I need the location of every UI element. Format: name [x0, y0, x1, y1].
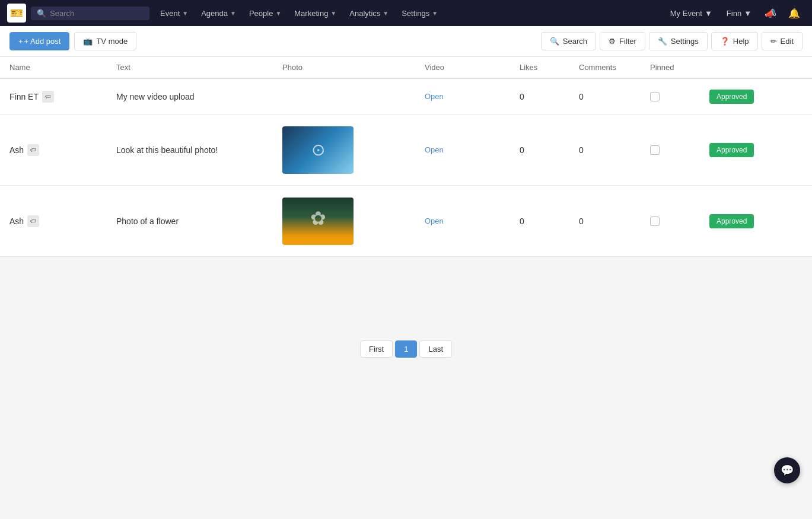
settings-icon: 🔧 — [658, 37, 667, 46]
row-3-name: Ash 🏷 — [9, 215, 116, 227]
toolbar: + + Add post 📺 TV mode 🔍 Search ⚙ Filter… — [0, 26, 812, 57]
my-event-button[interactable]: My Event ▼ — [664, 5, 718, 21]
filter-label: Filter — [619, 37, 636, 46]
col-video: Video — [425, 63, 520, 72]
chevron-down-icon: ▼ — [275, 10, 281, 17]
app-logo[interactable]: 🎫 — [7, 4, 26, 23]
table-header: Name Text Photo Video Likes Comments Pin… — [0, 57, 812, 79]
row-3-tag-icon: 🏷 — [27, 215, 39, 227]
row-1-status: Approved — [709, 90, 803, 104]
chevron-down-icon: ▼ — [744, 9, 752, 18]
add-post-label: + Add post — [24, 37, 61, 46]
plus-icon: + — [18, 37, 23, 46]
row-2-status: Approved — [709, 143, 803, 157]
tv-icon: 📺 — [83, 37, 93, 46]
col-name: Name — [9, 63, 116, 72]
row-3-pinned[interactable] — [650, 216, 709, 226]
nav-item-settings-label: Settings — [402, 9, 429, 18]
nav-item-analytics[interactable]: Analytics ▼ — [343, 5, 394, 21]
help-label: Help — [733, 37, 749, 46]
search-icon: 🔍 — [550, 37, 559, 46]
tv-mode-button[interactable]: 📺 TV mode — [74, 32, 136, 50]
row-1-status-badge: Approved — [709, 90, 754, 104]
notifications-icon[interactable]: 📣 — [760, 4, 781, 23]
row-3-pinned-checkbox[interactable] — [650, 216, 660, 226]
settings-button[interactable]: 🔧 Settings — [649, 32, 708, 50]
user-menu-button[interactable]: Finn ▼ — [721, 5, 757, 21]
nav-item-marketing[interactable]: Marketing ▼ — [288, 5, 342, 21]
row-2-video[interactable]: Open — [425, 145, 520, 154]
help-icon: ❓ — [720, 37, 730, 46]
row-1-pinned-checkbox[interactable] — [650, 92, 660, 101]
row-3-photo-thumbnail — [282, 198, 354, 245]
first-page-button[interactable]: First — [360, 340, 393, 358]
toolbar-left: + + Add post 📺 TV mode — [9, 32, 536, 50]
current-page-button[interactable]: 1 — [395, 340, 417, 358]
col-text: Text — [116, 63, 282, 72]
pagination: First 1 Last — [0, 257, 812, 375]
row-2-name: Ash 🏷 — [9, 144, 116, 156]
nav-item-analytics-label: Analytics — [349, 9, 380, 18]
col-status — [709, 63, 803, 72]
search-icon: 🔍 — [37, 9, 46, 18]
row-2-tag-icon: 🏷 — [27, 144, 39, 156]
table-row: Finn ET 🏷 My new video upload Open 0 0 A… — [0, 79, 812, 114]
table-row: Ash 🏷 Photo of a flower Open 0 0 Approve… — [0, 186, 812, 257]
row-1-video[interactable]: Open — [425, 92, 520, 101]
row-2-name-text: Ash — [9, 145, 24, 155]
row-3-video[interactable]: Open — [425, 216, 520, 225]
row-2-text: Look at this beautiful photo! — [116, 145, 282, 155]
nav-item-marketing-label: Marketing — [294, 9, 328, 18]
row-2-photo — [282, 126, 425, 174]
chevron-down-icon: ▼ — [182, 10, 188, 17]
chevron-down-icon: ▼ — [330, 10, 336, 17]
posts-table: Name Text Photo Video Likes Comments Pin… — [0, 57, 812, 257]
chevron-down-icon: ▼ — [705, 9, 712, 18]
row-3-name-text: Ash — [9, 216, 24, 226]
row-2-pinned-checkbox[interactable] — [650, 145, 660, 155]
nav-item-people[interactable]: People ▼ — [243, 5, 287, 21]
filter-button[interactable]: ⚙ Filter — [600, 32, 645, 50]
help-button[interactable]: ❓ Help — [711, 32, 758, 50]
row-1-pinned[interactable] — [650, 92, 709, 101]
col-comments: Comments — [579, 63, 650, 72]
navbar-right: My Event ▼ Finn ▼ 📣 🔔 — [664, 4, 805, 23]
add-post-button[interactable]: + + Add post — [9, 32, 69, 50]
row-2-likes: 0 — [520, 145, 579, 155]
row-3-text: Photo of a flower — [116, 216, 282, 226]
edit-button[interactable]: ✏ Edit — [762, 32, 803, 50]
toolbar-right: 🔍 Search ⚙ Filter 🔧 Settings ❓ Help ✏ Ed… — [541, 32, 803, 50]
edit-label: Edit — [781, 37, 794, 46]
user-name-label: Finn — [727, 9, 741, 18]
nav-item-settings[interactable]: Settings ▼ — [396, 5, 444, 21]
last-page-button[interactable]: Last — [419, 340, 452, 358]
row-2-comments: 0 — [579, 145, 650, 155]
nav-item-event[interactable]: Event ▼ — [154, 5, 194, 21]
col-photo: Photo — [282, 63, 425, 72]
row-3-status: Approved — [709, 214, 803, 228]
row-3-comments: 0 — [579, 216, 650, 226]
search-label: Search — [563, 37, 587, 46]
alert-icon[interactable]: 🔔 — [784, 4, 805, 23]
nav-item-agenda-label: Agenda — [201, 9, 228, 18]
nav-item-event-label: Event — [160, 9, 180, 18]
search-button[interactable]: 🔍 Search — [541, 32, 596, 50]
row-2-pinned[interactable] — [650, 145, 709, 155]
row-3-status-badge: Approved — [709, 214, 754, 228]
row-2-status-badge: Approved — [709, 143, 754, 157]
row-1-text: My new video upload — [116, 92, 282, 101]
settings-label: Settings — [671, 37, 699, 46]
row-1-likes: 0 — [520, 92, 579, 101]
navbar-search-container: 🔍 — [31, 7, 149, 20]
chat-bubble-button[interactable]: 💬 — [774, 457, 800, 483]
row-1-name: Finn ET 🏷 — [9, 91, 116, 103]
row-3-photo — [282, 198, 425, 245]
main-content-area: First 1 Last — [0, 257, 812, 519]
nav-item-agenda[interactable]: Agenda ▼ — [195, 5, 242, 21]
tv-mode-label: TV mode — [96, 37, 128, 46]
row-3-likes: 0 — [520, 216, 579, 226]
nav-items: Event ▼ Agenda ▼ People ▼ Marketing ▼ An… — [154, 5, 660, 21]
table-row: Ash 🏷 Look at this beautiful photo! Open… — [0, 114, 812, 186]
chevron-down-icon: ▼ — [432, 10, 438, 17]
search-input[interactable] — [50, 9, 133, 18]
